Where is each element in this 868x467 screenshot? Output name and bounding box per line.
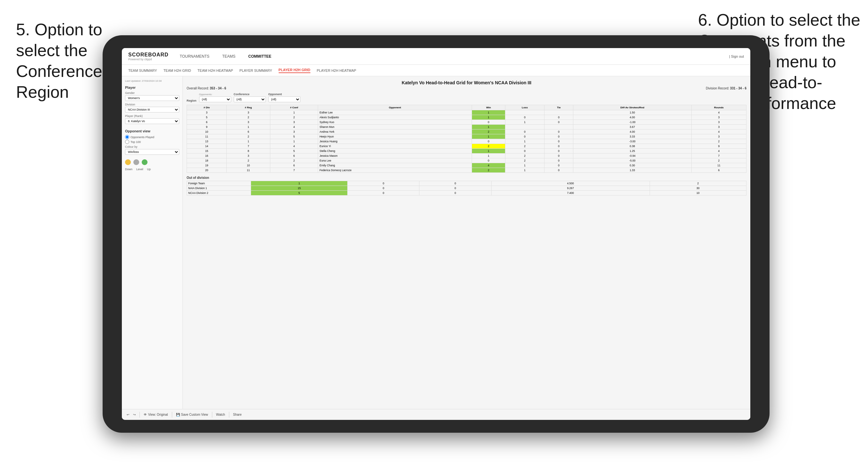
opponent-view-label: Opponent view — [125, 129, 179, 133]
th-loss: Loss — [505, 105, 545, 110]
colour-by-label: Colour by — [125, 145, 179, 148]
gender-select[interactable]: Women's — [125, 95, 179, 101]
h2h-table: # Div # Reg # Conf Opponent Win Loss Tie… — [187, 105, 746, 173]
toolbar-share[interactable]: Share — [233, 413, 242, 416]
opponent-filter-label: Opponent — [268, 93, 301, 96]
save-icon: 💾 — [176, 413, 180, 416]
table-row: 14 7 4 Eunice Yi 2 2 0 0.38 9 — [187, 144, 746, 149]
player-rank-label: Player (Rank) — [125, 115, 179, 118]
table-row: 15 8 5 Stella Cheng 1 0 0 1.25 4 — [187, 149, 746, 154]
colour-by-select[interactable]: Win/loss — [125, 149, 179, 155]
opponents-label: Opponents: — [199, 93, 231, 96]
records-row: Overall Record: 353 - 34 - 6 Division Re… — [187, 87, 746, 90]
legend-circles — [125, 159, 179, 165]
player-label: Player — [125, 86, 179, 89]
toolbar-sep-3 — [212, 412, 212, 418]
sub-nav-team-h2h-grid[interactable]: TEAM H2H GRID — [163, 69, 191, 72]
th-conf: # Conf — [270, 105, 318, 110]
division-select[interactable]: NCAA Division III — [125, 107, 179, 113]
toolbar-sep-4 — [229, 412, 229, 418]
table-row: 10 6 3 Andrea York 2 0 0 4.00 4 — [187, 129, 746, 134]
left-panel: Last Updated: 27/03/2024 10:34 Player Ge… — [122, 76, 183, 409]
toolbar-redo[interactable]: ↪ — [133, 413, 136, 416]
player-rank-select[interactable]: 8. Katelyn Vo — [125, 118, 179, 124]
legend-circle-level — [133, 159, 139, 165]
right-content: Katelyn Vo Head-to-Head Grid for Women's… — [183, 76, 750, 409]
toolbar-sep-2 — [172, 412, 172, 418]
table-row: 18 2 2 Euna Lee 0 2 0 -5.00 2 — [187, 158, 746, 163]
nav-tournaments[interactable]: TOURNAMENTS — [178, 54, 211, 59]
th-opponent: Opponent — [318, 105, 472, 110]
th-diff: Diff Av Strokes/Rnd — [573, 105, 692, 110]
nav-items: TOURNAMENTS TEAMS COMMITTEE — [178, 54, 729, 59]
last-updated: Last Updated: 27/03/2024 10:34 — [125, 80, 179, 82]
ood-table-row: Foreign Team 1 0 0 4.500 2 — [187, 181, 746, 186]
conference-select[interactable]: (All) — [234, 96, 266, 102]
toolbar-undo[interactable]: ↩ — [127, 413, 129, 416]
th-rounds: Rounds — [691, 105, 746, 110]
top-nav: SCOREBOARD Powered by clippd TOURNAMENTS… — [122, 48, 750, 65]
sub-nav-player-h2h-grid[interactable]: PLAYER H2H GRID — [279, 68, 310, 73]
th-tie: Tie — [545, 105, 573, 110]
toolbar-save-custom[interactable]: 💾 Save Custom View — [176, 413, 208, 416]
opponent-filter-group: Opponent (All) — [268, 93, 301, 102]
toolbar-sep-1 — [140, 412, 140, 418]
sub-nav-team-summary[interactable]: TEAM SUMMARY — [128, 69, 157, 72]
table-row: 16 3 6 Jessica Mason 1 2 0 -0.94 7 — [187, 154, 746, 158]
sub-nav-player-h2h-heatmap[interactable]: PLAYER H2H HEATMAP — [317, 69, 356, 72]
tablet-device: SCOREBOARD Powered by clippd TOURNAMENTS… — [103, 35, 770, 433]
main-content: Last Updated: 27/03/2024 10:34 Player Ge… — [122, 76, 750, 409]
table-row: 11 2 5 Heejo Hyun 1 0 0 3.33 3 — [187, 134, 746, 139]
sub-nav-player-summary[interactable]: PLAYER SUMMARY — [240, 69, 272, 72]
toolbar-view-original[interactable]: 👁 View: Original — [144, 413, 168, 416]
division-record: Division Record: 331 - 34 - 6 — [706, 87, 746, 90]
table-row: 19 10 6 Emily Chang 4 1 0 0.30 11 — [187, 163, 746, 168]
th-reg: # Reg — [227, 105, 270, 110]
out-of-division-header: Out of division — [187, 176, 746, 180]
toolbar-watch[interactable]: Watch — [216, 413, 225, 416]
region-filter-label: Region — [187, 99, 196, 102]
table-row: 3 3 1 Esther Lee 1 1.50 4 — [187, 110, 746, 115]
opponent-view-group: Opponents Played Top 100 — [125, 135, 179, 144]
radio-top100[interactable]: Top 100 — [125, 140, 179, 144]
division-label: Division — [125, 103, 179, 106]
conference-filter-group: Conference (All) — [234, 93, 266, 102]
overall-record: Overall Record: 353 - 34 - 6 — [187, 87, 226, 90]
tablet-screen: SCOREBOARD Powered by clippd TOURNAMENTS… — [122, 48, 750, 420]
conference-filter-label: Conference — [234, 93, 266, 96]
opponent-select[interactable]: (All) — [268, 96, 301, 102]
table-row: 6 3 3 Sydney Kuo 0 1 0 -1.00 3 — [187, 120, 746, 125]
th-div: # Div — [187, 105, 227, 110]
logo-text: SCOREBOARD — [128, 52, 169, 58]
opponents-filter-group: Opponents: (All) — [199, 93, 231, 102]
legend-labels: Down Level Up — [125, 168, 179, 171]
level-label: Level — [136, 168, 143, 171]
opponents-region-select[interactable]: (All) — [199, 96, 231, 102]
table-row: 9 1 4 Sharon Mun 1 3.67 3 — [187, 125, 746, 129]
gender-label: Gender — [125, 91, 179, 95]
table-row: 5 2 2 Alexis Sudjianto 1 0 0 4.00 3 — [187, 115, 746, 120]
sign-out[interactable]: | Sign out — [729, 55, 744, 58]
table-row: 20 11 7 Federica Domecq Lacroze 2 1 0 1.… — [187, 168, 746, 173]
table-row: 13 1 1 Jessica Huang 0 1 0 -3.00 2 — [187, 139, 746, 144]
sub-nav-team-h2h-heatmap[interactable]: TEAM H2H HEATMAP — [197, 69, 233, 72]
radio-opponents-played[interactable]: Opponents Played — [125, 135, 179, 139]
grid-title: Katelyn Vo Head-to-Head Grid for Women's… — [187, 80, 746, 85]
ood-table-row: NAIA Division 1 15 0 0 9.267 30 — [187, 186, 746, 191]
logo-area: SCOREBOARD Powered by clippd — [128, 52, 169, 61]
nav-committee[interactable]: COMMITTEE — [247, 54, 273, 59]
bottom-toolbar: ↩ ↪ 👁 View: Original 💾 Save Custom View … — [122, 409, 750, 420]
filter-row: Region Opponents: (All) Conference (All) — [187, 93, 746, 102]
ood-table-row: NCAA Division 2 5 0 0 7.400 10 — [187, 191, 746, 195]
up-label: Up — [147, 168, 151, 171]
down-label: Down — [125, 168, 132, 171]
sub-nav: TEAM SUMMARY TEAM H2H GRID TEAM H2H HEAT… — [122, 65, 750, 76]
out-of-division-table: Foreign Team 1 0 0 4.500 2 NAIA Division… — [187, 181, 746, 195]
logo-sub: Powered by clippd — [128, 58, 169, 61]
nav-teams[interactable]: TEAMS — [221, 54, 237, 59]
legend-circle-down — [125, 159, 131, 165]
view-icon: 👁 — [144, 413, 147, 416]
region-filter-group: Region — [187, 99, 196, 102]
legend-circle-up — [142, 159, 148, 165]
th-win: Win — [472, 105, 505, 110]
